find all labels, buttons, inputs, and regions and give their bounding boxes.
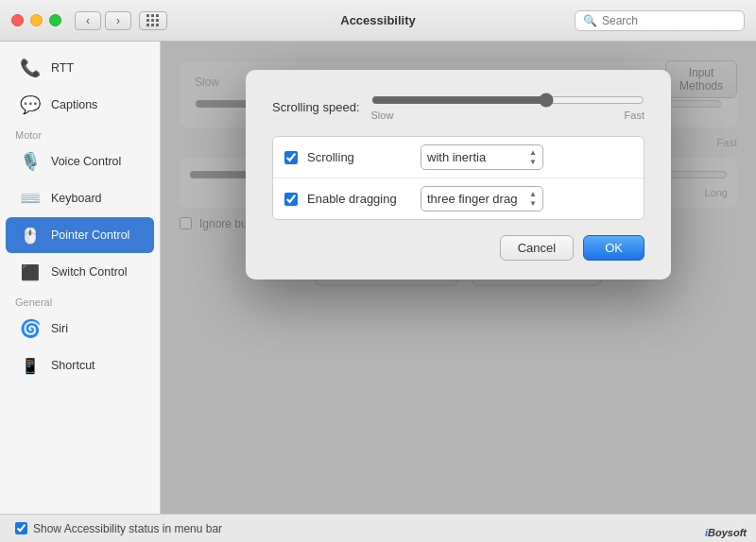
sidebar-section-general: General [0,291,160,310]
captions-icon: 💬 [17,92,43,118]
forward-button[interactable]: › [105,11,131,30]
scrolling-options-modal: Scrolling speed: Slow Fast Scrolling [246,70,671,279]
modal-buttons: Cancel OK [272,235,644,261]
scrolling-select[interactable]: with inertia ▲ ▼ [421,144,543,170]
traffic-lights [11,14,61,26]
minimize-button[interactable] [30,14,43,26]
sidebar-item-keyboard[interactable]: ⌨️ Keyboard [6,180,154,216]
speed-row: Scrolling speed: Slow Fast [272,93,644,121]
sidebar-item-captions[interactable]: 💬 Captions [6,87,154,123]
dragging-select-text: three finger drag [427,192,517,206]
search-bar[interactable]: 🔍 [575,10,745,31]
content-area: Input Methods Slow Fast Fast Long [161,42,756,514]
dragging-select-arrows: ▲ ▼ [529,190,537,208]
search-icon: 🔍 [583,14,597,27]
bottom-bar: Show Accessibility status in menu bar iB… [0,514,756,542]
sidebar-item-label-rtt: RTT [51,61,74,75]
dragging-label: Enable dragging [307,192,411,206]
scrolling-select-text: with inertia [427,150,486,164]
back-button[interactable]: ‹ [75,11,101,30]
scrolling-label: Scrolling [307,150,411,164]
scrolling-option-row: Scrolling with inertia ▲ ▼ [273,137,644,178]
slider-labels: Slow Fast [371,110,645,121]
sidebar: 📞 RTT 💬 Captions Motor 🎙️ Voice Control … [0,42,161,514]
ok-button[interactable]: OK [583,235,644,261]
modal-overlay: Scrolling speed: Slow Fast Scrolling [161,42,756,514]
fast-slider-label: Fast [625,110,644,121]
cancel-button[interactable]: Cancel [500,235,574,261]
switch-control-icon: ⬛ [17,259,43,285]
iboysoft-text: Boysoft [708,527,747,538]
sidebar-item-voice-control[interactable]: 🎙️ Voice Control [6,144,154,179]
sidebar-item-siri[interactable]: 🌀 Siri [6,311,154,347]
sidebar-section-motor: Motor [0,124,160,143]
siri-icon: 🌀 [17,315,43,342]
dragging-select[interactable]: three finger drag ▲ ▼ [421,186,543,212]
search-input[interactable] [602,14,736,27]
accessibility-status-label: Show Accessibility status in menu bar [33,522,222,535]
sidebar-item-label-siri: Siri [51,322,68,335]
main-layout: 📞 RTT 💬 Captions Motor 🎙️ Voice Control … [0,42,756,514]
accessibility-status-checkbox[interactable] [15,522,27,534]
dragging-option-row: Enable dragging three finger drag ▲ ▼ [273,178,644,219]
dragging-checkbox[interactable] [284,193,298,206]
keyboard-icon: ⌨️ [17,185,43,212]
shortcut-icon: 📱 [17,352,43,379]
rtt-icon: 📞 [17,55,43,81]
close-button[interactable] [11,14,24,26]
window-title: Accessibility [340,13,416,27]
iboysoft-logo: iBoysoft [705,527,747,538]
scrolling-select-arrows: ▲ ▼ [529,148,537,166]
voice-control-icon: 🎙️ [17,148,43,175]
scrolling-speed-slider[interactable] [371,93,645,108]
slow-label: Slow [371,110,394,121]
sidebar-item-label-captions: Captions [51,98,97,111]
sidebar-item-label-switch-control: Switch Control [51,265,128,279]
sidebar-item-label-pointer-control: Pointer Control [51,229,129,242]
sidebar-item-label-keyboard: Keyboard [51,192,102,205]
sidebar-item-pointer-control[interactable]: 🖱️ Pointer Control [6,217,154,253]
sidebar-item-label-voice-control: Voice Control [51,155,121,168]
maximize-button[interactable] [49,14,61,26]
titlebar: ‹ › Accessibility 🔍 [0,0,756,42]
apps-grid-button[interactable] [139,11,167,30]
nav-buttons: ‹ › [75,11,131,30]
speed-label: Scrolling speed: [272,100,360,114]
scrolling-checkbox[interactable] [284,151,298,164]
slider-container: Slow Fast [371,93,645,121]
sidebar-item-switch-control[interactable]: ⬛ Switch Control [6,254,154,290]
sidebar-item-shortcut[interactable]: 📱 Shortcut [6,347,154,383]
options-section: Scrolling with inertia ▲ ▼ Enable draggi [272,136,644,220]
pointer-control-icon: 🖱️ [17,222,43,248]
sidebar-item-rtt[interactable]: 📞 RTT [6,50,154,86]
sidebar-item-label-shortcut: Shortcut [51,359,95,372]
